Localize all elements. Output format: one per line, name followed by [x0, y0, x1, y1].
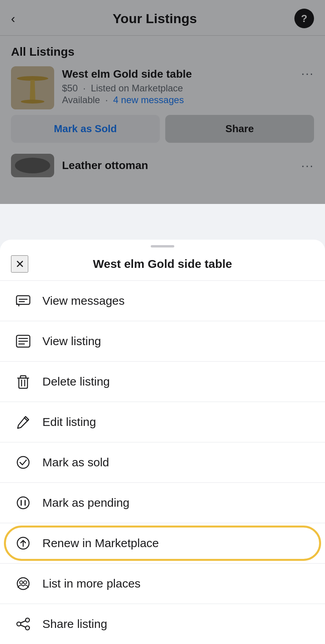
menu-item-view-messages[interactable]: View messages: [0, 281, 325, 321]
svg-point-11: [17, 497, 29, 509]
trash-icon: [14, 373, 32, 391]
svg-point-20: [26, 626, 29, 630]
svg-point-15: [17, 578, 29, 589]
svg-point-19: [17, 622, 21, 626]
menu-item-mark-as-sold[interactable]: Mark as sold: [0, 442, 325, 483]
background-page: ‹ Your Listings ? All Listings: [0, 0, 325, 204]
pause-circle-icon: [14, 494, 32, 512]
menu-item-share-listing[interactable]: Share listing: [0, 604, 325, 644]
menu-item-renew-in-marketplace[interactable]: Renew in Marketplace: [0, 523, 325, 564]
sheet-overlay[interactable]: [0, 0, 325, 204]
menu-item-delete-listing[interactable]: Delete listing: [0, 362, 325, 402]
upload-circle-icon: [14, 534, 32, 552]
message-icon: [14, 292, 32, 310]
sheet-close-button[interactable]: ✕: [11, 255, 28, 273]
menu-label-mark-as-sold: Mark as sold: [42, 456, 109, 469]
check-circle-icon: [14, 453, 32, 471]
page-container: ‹ Your Listings ? All Listings: [0, 0, 325, 644]
svg-point-10: [17, 457, 29, 468]
menu-item-edit-listing[interactable]: Edit listing: [0, 402, 325, 442]
menu-label-renew: Renew in Marketplace: [42, 537, 159, 550]
menu-label-view-listing: View listing: [42, 335, 101, 348]
sheet-header: ✕ West elm Gold side table: [0, 247, 325, 280]
menu-label-share-listing: Share listing: [42, 617, 107, 631]
menu-label-list-in-more-places: List in more places: [42, 577, 141, 590]
svg-line-21: [21, 621, 26, 623]
menu-label-edit-listing: Edit listing: [42, 415, 96, 429]
list-icon: [14, 332, 32, 350]
svg-rect-0: [16, 296, 30, 304]
sheet-title: West elm Gold side table: [28, 257, 297, 271]
svg-line-22: [21, 625, 26, 627]
menu-label-mark-as-pending: Mark as pending: [42, 496, 130, 509]
menu-item-mark-as-pending[interactable]: Mark as pending: [0, 483, 325, 523]
menu-item-view-listing[interactable]: View listing: [0, 321, 325, 362]
svg-point-18: [26, 618, 29, 622]
menu-label-delete-listing: Delete listing: [42, 375, 110, 388]
svg-point-16: [20, 581, 23, 584]
menu-item-list-in-more-places[interactable]: List in more places: [0, 564, 325, 604]
pencil-icon: [14, 413, 32, 431]
people-circle-icon: [14, 575, 32, 593]
svg-point-17: [24, 581, 27, 584]
share-icon: [14, 615, 32, 633]
bottom-sheet: ✕ West elm Gold side table View messages: [0, 240, 325, 644]
menu-label-view-messages: View messages: [42, 294, 125, 307]
